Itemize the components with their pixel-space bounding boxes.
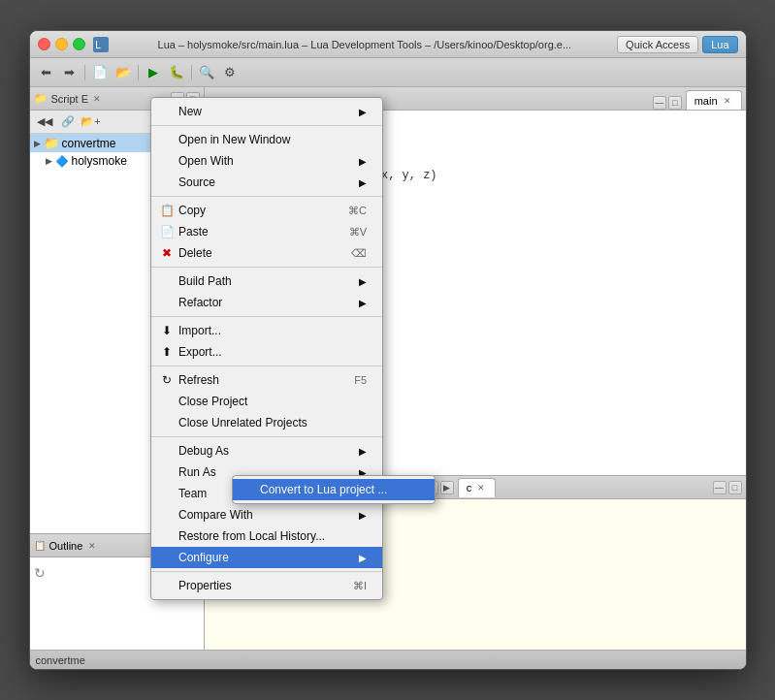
run-button[interactable]: ▶ [143,62,164,83]
menu-sep-1 [151,125,382,126]
status-text: convertme [36,654,85,666]
bottom-panel-nav-right[interactable]: ▶ [440,481,454,494]
new-folder-button[interactable]: 📂+ [81,111,102,133]
link-editor-button[interactable]: 🔗 [57,111,79,133]
menu-item-new[interactable]: New ▶ [151,101,382,122]
source-arrow: ▶ [359,177,367,188]
menu-item-source[interactable]: Source ▶ [151,172,382,193]
menu-item-restore[interactable]: Restore from Local History... [151,525,382,547]
menu-item-close-unrelated[interactable]: Close Unrelated Projects [151,412,382,433]
menu-sep-5 [151,366,382,366]
bottom-panel-tab[interactable]: c ✕ [458,478,497,497]
menu-sep-4 [151,316,382,317]
script-icon: 📁 [34,92,48,105]
search-button[interactable]: 🔍 [196,62,217,83]
menu-item-properties[interactable]: Properties ⌘I [151,575,382,596]
bottom-tab-close[interactable]: ✕ [475,482,487,493]
debug-as-arrow: ▶ [359,446,367,457]
menu-label-compare-with: Compare With [178,508,359,522]
maximize-button[interactable] [73,38,85,50]
editor-minimize[interactable]: — [653,96,666,110]
menu-item-compare-with[interactable]: Compare With ▶ [151,504,382,525]
menu-label-refactor: Refactor [178,296,359,309]
refresh-icon: ↻ [159,372,175,388]
menu-item-export[interactable]: ⬆ Export... [151,341,382,363]
menu-item-open-new-window[interactable]: Open in New Window [151,129,382,150]
editor-tab-label: main [694,95,718,107]
debug-as-icon [159,443,175,459]
toolbar-separator-3 [191,65,192,80]
outline-close[interactable]: ✕ [86,540,98,552]
run-as-icon [159,464,175,480]
editor-tab-close[interactable]: ✕ [722,95,733,107]
refresh-shortcut: F5 [354,374,367,386]
editor-maximize[interactable]: □ [668,96,682,110]
main-window: L Lua – holysmoke/src/main.lua – Lua Dev… [29,30,747,670]
bottom-minimize[interactable]: — [713,481,727,494]
menu-item-debug-as[interactable]: Debug As ▶ [151,440,382,461]
menu-item-configure[interactable]: Configure ▶ [151,547,382,568]
script-explorer-tab: Script E ✕ [51,93,104,105]
minimize-button[interactable] [55,38,68,50]
open-with-icon [159,153,175,169]
menu-label-open-with: Open With [178,154,359,168]
menu-label-close-unrelated: Close Unrelated Projects [178,416,367,430]
tree-label-convertme: convertme [62,137,116,150]
bottom-panel-tab-label: c [467,482,472,493]
submenu-item-convert-lua[interactable]: Convert to Lua project ... [233,479,435,500]
outline-label: Outline [49,540,83,552]
outline-icon: 📋 [34,540,46,551]
restore-icon [159,528,175,544]
titlebar-right: Quick Access Lua [617,36,737,53]
status-bar: convertme [30,650,746,669]
back-button[interactable]: ⬅ [36,62,57,83]
menu-item-delete[interactable]: ✖ Delete ⌫ [151,242,382,264]
new-button[interactable]: 📄 [89,62,111,83]
team-icon [159,486,175,501]
build-path-arrow: ▶ [359,276,367,287]
debug-button[interactable]: 🐛 [166,62,187,83]
menu-sep-2 [151,196,382,197]
menu-item-close-project[interactable]: Close Project [151,391,382,412]
menu-item-open-with[interactable]: Open With ▶ [151,150,382,172]
refactor-icon [159,295,175,310]
lua-button[interactable]: Lua [702,36,737,53]
configure-submenu: Convert to Lua project ... [232,475,436,504]
compare-with-icon [159,507,175,523]
close-project-icon [159,394,175,409]
menu-label-new: New [178,105,359,118]
new-icon [159,104,175,119]
window-title: Lua – holysmoke/src/main.lua – Lua Devel… [113,39,618,50]
configure-arrow: ▶ [359,553,367,563]
menu-label-refresh: Refresh [178,373,339,387]
close-button[interactable] [38,38,50,50]
menu-item-refactor[interactable]: Refactor ▶ [151,292,382,313]
menu-item-build-path[interactable]: Build Path ▶ [151,270,382,292]
bottom-maximize[interactable]: □ [728,481,742,494]
tree-arrow-convertme: ▶ [34,139,44,148]
menu-label-properties: Properties [178,579,338,592]
collapse-all-button[interactable]: ◀◀ [34,111,55,133]
menu-label-open-new-window: Open in New Window [178,133,367,146]
properties-icon [159,578,175,593]
open-with-arrow: ▶ [359,156,367,167]
copy-shortcut: ⌘C [348,205,367,217]
menu-label-restore: Restore from Local History... [178,529,367,543]
export-icon: ⬆ [159,344,175,360]
open-new-window-icon [159,132,175,147]
quick-access-button[interactable]: Quick Access [617,36,698,53]
outline-refresh-icon: ↻ [34,565,46,581]
menu-item-import[interactable]: ⬇ Import... [151,320,382,341]
paste-shortcut: ⌘V [349,226,367,239]
menu-item-refresh[interactable]: ↻ Refresh F5 [151,369,382,391]
script-explorer-close[interactable]: ✕ [91,93,103,105]
menu-label-build-path: Build Path [178,274,359,288]
forward-button[interactable]: ➡ [59,62,81,83]
settings-button[interactable]: ⚙ [219,62,241,83]
menu-label-copy: Copy [178,204,333,217]
editor-tab-main[interactable]: main ✕ [686,90,742,110]
menu-sep-7 [151,571,382,572]
menu-item-copy[interactable]: 📋 Copy ⌘C [151,200,382,221]
menu-item-paste[interactable]: 📄 Paste ⌘V [151,221,382,242]
open-button[interactable]: 📂 [113,62,134,83]
